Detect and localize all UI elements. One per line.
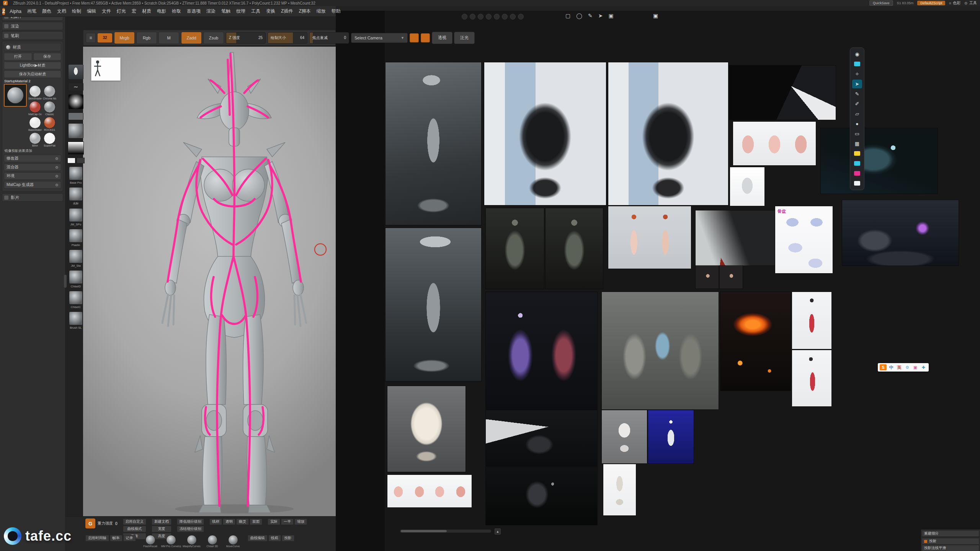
cyan-swatch[interactable] xyxy=(852,159,862,168)
menu-item[interactable]: Z插件 xyxy=(278,6,296,17)
material-icon[interactable] xyxy=(68,123,83,139)
menu-item[interactable]: 宏 xyxy=(129,6,139,17)
display-toggle-button[interactable]: 幽灵 xyxy=(236,518,249,525)
ref-image-armored-knights[interactable] xyxy=(602,292,719,409)
eyedropper-icon[interactable]: ✧ xyxy=(852,70,862,78)
menu-item[interactable]: 拾取 xyxy=(169,6,184,17)
tray-tab-color[interactable]: ≡色彩 xyxy=(949,0,960,6)
highlight-color-chip[interactable] xyxy=(852,60,862,68)
marker-icon[interactable]: ✐ xyxy=(852,99,862,108)
canvas-nav-thumbnail[interactable] xyxy=(91,57,121,81)
movie-palette-header[interactable]: 影片 xyxy=(2,193,63,202)
primary-color-swatch[interactable] xyxy=(67,158,75,163)
ref-image-skeleton-study[interactable] xyxy=(603,464,636,515)
board-color-dot[interactable] xyxy=(462,14,467,20)
rect-tool-icon[interactable]: ▢ xyxy=(565,13,570,19)
ref-image-cloth-face-sculpture[interactable] xyxy=(387,386,466,472)
ref-image-purple-fantasy-duo[interactable] xyxy=(486,292,597,409)
brush-preset[interactable]: JM_SPo xyxy=(69,208,83,226)
color-picker-icon[interactable] xyxy=(68,142,84,155)
board-color-dot[interactable] xyxy=(470,14,475,20)
menu-item[interactable]: 工具 xyxy=(248,6,263,17)
scrollbar-thumb[interactable] xyxy=(401,530,447,532)
display-toggle-button[interactable]: 双面 xyxy=(250,518,262,525)
secondary-color-swatch[interactable] xyxy=(77,158,85,163)
eraser-icon[interactable]: ▱ xyxy=(852,109,862,118)
material-thumb[interactable]: Classic xyxy=(43,101,56,116)
ellipse-tool-icon[interactable]: ◯ xyxy=(576,13,582,19)
menu-item[interactable]: 帮助 xyxy=(329,6,343,17)
brush-preset[interactable]: Brush SL xyxy=(69,311,83,329)
pen-icon[interactable]: ✎ xyxy=(852,90,862,98)
sculpt-mode-button[interactable]: Zsub xyxy=(203,32,224,44)
menu-item[interactable]: 画笔 xyxy=(24,6,39,17)
ref-image-alien-sculpture[interactable] xyxy=(385,62,481,225)
active-swatch-1[interactable] xyxy=(410,33,419,42)
ime-button[interactable]: ✚ xyxy=(920,364,927,370)
curve-option-button[interactable]: 曲线模式 xyxy=(123,526,147,532)
menu-item[interactable]: 灯光 xyxy=(114,6,129,17)
texture-icon[interactable] xyxy=(68,112,83,120)
sculpt-mode-button[interactable]: Zadd xyxy=(181,32,202,44)
shelf-toggle-button[interactable]: 泛光 xyxy=(454,32,475,44)
shelf-slider[interactable]: Z 强度 25 xyxy=(226,32,266,44)
zoom-option-button[interactable]: 实际 xyxy=(268,518,280,525)
zoom-option-button[interactable]: 缩放 xyxy=(294,518,307,525)
quicksave-button[interactable]: QuickSave xyxy=(869,0,893,6)
misc-button[interactable]: 投影 xyxy=(282,535,294,541)
ime-button[interactable]: ▣ xyxy=(912,364,919,370)
menu-item[interactable]: 渲染 xyxy=(204,6,218,17)
arrow-tool-icon[interactable]: ➤ xyxy=(598,13,603,19)
cursor-icon[interactable]: ➤ xyxy=(852,80,862,88)
brush-preset[interactable]: 光标 xyxy=(69,187,83,205)
menu-item[interactable]: 绘制 xyxy=(69,6,84,17)
stroke-value-chip[interactable]: 32 xyxy=(98,33,112,42)
material-open-button[interactable]: 打开 xyxy=(4,53,32,60)
material-subpalette[interactable]: MatCap 生成器 ⚙ xyxy=(4,181,61,189)
board-scrollbar[interactable] xyxy=(400,530,491,533)
material-thumb[interactable]: BasicMaterial xyxy=(28,117,42,131)
camera-select[interactable]: Select Camera ▼ xyxy=(351,33,408,43)
ime-button[interactable]: 中 xyxy=(888,364,895,370)
project-smooth-button[interactable]: 投影法线平滑 xyxy=(922,545,979,551)
ref-image-redhead-turnaround[interactable] xyxy=(608,206,691,269)
ref-image-red-figure-bottom[interactable] xyxy=(792,350,831,406)
quick-brush[interactable]: MM Pro CurveUp xyxy=(162,535,180,548)
image-tool-icon[interactable]: ▣ xyxy=(608,13,613,19)
menu-item[interactable]: Z脚本 xyxy=(296,6,313,17)
board-color-dot[interactable] xyxy=(518,14,524,20)
current-material-thumb[interactable] xyxy=(4,84,27,107)
ref-image-dark-creature-right[interactable] xyxy=(608,62,728,205)
board-image-icon[interactable]: ▣ xyxy=(653,13,658,19)
magenta-swatch[interactable] xyxy=(852,169,862,178)
save-startup-material-button[interactable]: 保存为启动材质 xyxy=(4,70,61,78)
project-button[interactable]: 投射 xyxy=(922,538,979,544)
quick-brush[interactable]: MagnifyCurves xyxy=(183,535,201,548)
subdiv-option-button[interactable]: 降低细分级别 xyxy=(177,518,204,525)
menu-item[interactable]: 编辑 xyxy=(84,6,99,17)
misc-button[interactable]: 曲线编辑 xyxy=(248,535,268,541)
material-thumb[interactable]: SkinShade4 xyxy=(28,85,42,100)
misc-button[interactable]: 线稿 xyxy=(268,535,281,541)
quick-brush[interactable]: Chisel 3D xyxy=(203,535,222,548)
gravity-control[interactable]: G 重力强度 0 xyxy=(85,518,118,528)
material-thumb[interactable]: ROCKD1 xyxy=(43,117,56,131)
ref-image-game-screenshot[interactable] xyxy=(842,200,959,266)
timeline-button[interactable]: 启用时间轴 xyxy=(85,535,109,541)
ref-image-dark-beast[interactable] xyxy=(486,466,597,525)
grid-icon[interactable]: ▦ xyxy=(852,139,862,148)
timeline-button[interactable]: 帧率 xyxy=(110,535,122,541)
active-swatch-2[interactable] xyxy=(421,33,430,42)
paint-mode-button[interactable]: M xyxy=(158,32,179,44)
ref-image-red-sail-art[interactable] xyxy=(696,210,775,266)
rebuild-subdiv-button[interactable]: 重建细分 xyxy=(922,530,979,537)
palette-header[interactable]: 渲染 xyxy=(2,22,63,30)
brush-preset[interactable]: ChiselD xyxy=(69,270,83,288)
material-thumb[interactable]: MatCap Gray xyxy=(28,101,42,116)
zbrush-logo-badge[interactable]: Z xyxy=(2,8,5,15)
tray-resize-handle[interactable] xyxy=(64,275,67,288)
zscript-button[interactable]: DefaultZScript xyxy=(917,1,945,5)
ref-image-red-figure-top[interactable] xyxy=(792,292,831,349)
ref-image-blue-figure[interactable] xyxy=(648,410,694,463)
material-thumb[interactable]: Chrome MatCap xyxy=(43,85,56,100)
